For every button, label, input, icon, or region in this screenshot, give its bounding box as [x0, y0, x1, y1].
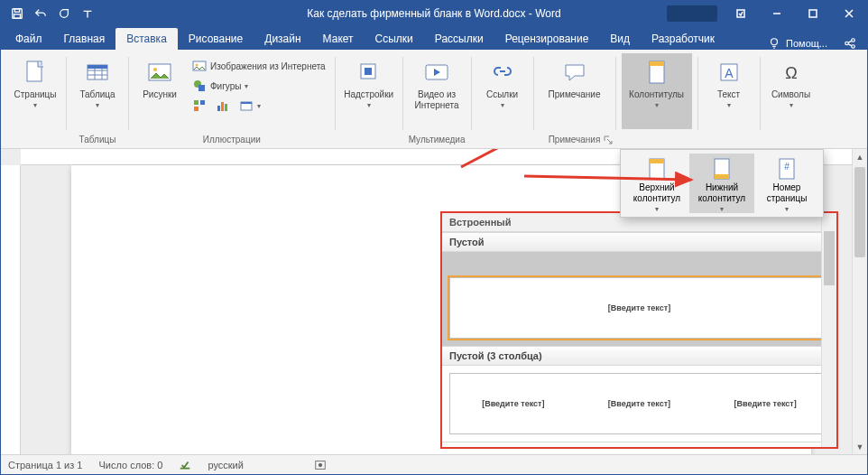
text-icon: A: [716, 59, 743, 86]
vertical-scrollbar[interactable]: ▲ ▼: [852, 149, 867, 454]
group-links: Ссылки▾: [472, 53, 533, 148]
pictures-button[interactable]: Рисунки: [134, 53, 185, 129]
undo-button[interactable]: [30, 3, 51, 24]
vertical-ruler[interactable]: [1, 165, 21, 454]
footer-button[interactable]: Нижний колонтитул▾: [689, 154, 754, 213]
tab-review[interactable]: Рецензирование: [494, 28, 600, 50]
online-video-button[interactable]: Видео из Интернета: [409, 53, 465, 129]
screenshot-button[interactable]: ▾: [235, 97, 264, 115]
svg-rect-17: [199, 85, 205, 91]
footer-gallery: Встроенный Пустой [Введите текст] Пустой…: [440, 211, 838, 449]
gallery-group-ion: Ion (светлый): [442, 442, 836, 449]
header-button[interactable]: Верхний колонтитул▾: [624, 154, 689, 213]
gallery-scrollbar[interactable]: [821, 213, 836, 447]
group-comments: Примечание Примечания: [534, 53, 615, 148]
chart-button[interactable]: [212, 97, 234, 115]
tab-draw[interactable]: Рисование: [178, 28, 254, 50]
svg-rect-30: [650, 61, 664, 66]
shapes-button[interactable]: Фигуры ▾: [189, 77, 329, 95]
svg-point-15: [196, 64, 199, 67]
svg-point-6: [845, 42, 849, 45]
group-symbols: Ω Символы▾: [761, 53, 822, 148]
close-button[interactable]: [831, 1, 867, 26]
svg-point-43: [319, 463, 322, 467]
svg-rect-27: [365, 68, 372, 75]
pages-button[interactable]: Страницы▾: [10, 53, 60, 129]
share-icon[interactable]: [844, 37, 856, 50]
status-bar: Страница 1 из 1 Число слов: 0 русский: [1, 454, 867, 474]
scroll-thumb[interactable]: [854, 167, 865, 257]
account-badge[interactable]: [667, 5, 717, 22]
gallery-group-3col: Пустой (3 столбца): [442, 346, 836, 366]
gallery-item-3col[interactable]: [Введите текст] [Введите текст] [Введите…: [442, 366, 836, 442]
comment-icon: [561, 59, 588, 86]
group-addins: Надстройки▾: [336, 53, 402, 148]
table-icon: [84, 59, 111, 86]
tab-references[interactable]: Ссылки: [365, 28, 424, 50]
status-macro[interactable]: [314, 459, 327, 471]
table-button[interactable]: Таблица▾: [72, 53, 123, 129]
svg-rect-22: [221, 102, 224, 111]
comments-launcher[interactable]: [603, 135, 614, 145]
gallery-item-blank[interactable]: [Введите текст]: [442, 252, 836, 346]
ribbon-options-button[interactable]: [723, 1, 759, 26]
maximize-button[interactable]: [795, 1, 831, 26]
svg-rect-21: [217, 106, 220, 111]
save-button[interactable]: [6, 3, 28, 24]
group-headerfooter: Колонтитулы▾: [616, 53, 697, 148]
title-bar: Как сделать фирменный бланк в Word.docx …: [1, 1, 867, 26]
tab-layout[interactable]: Макет: [312, 28, 365, 50]
scroll-down-arrow[interactable]: ▼: [853, 439, 867, 454]
status-spellcheck[interactable]: [179, 459, 191, 471]
ribbon-tabs: Файл Главная Вставка Рисование Дизайн Ма…: [1, 26, 867, 50]
document-title: Как сделать фирменный бланк в Word.docx …: [307, 7, 560, 20]
group-media: Видео из Интернета Мультимедиа: [403, 53, 471, 148]
tab-developer[interactable]: Разработчик: [641, 28, 725, 50]
chart-icon: [216, 98, 230, 113]
document-area: ▲ ▼ Верхний колонтитул▾ Нижний колонтиту…: [1, 149, 867, 454]
tab-insert[interactable]: Вставка: [115, 28, 178, 50]
comment-button[interactable]: Примечание: [540, 53, 610, 129]
tab-home[interactable]: Главная: [53, 28, 116, 50]
scroll-up-arrow[interactable]: ▲: [853, 149, 867, 164]
tab-mailings[interactable]: Рассылки: [424, 28, 494, 50]
tell-me-input[interactable]: Помощ...: [786, 38, 827, 49]
video-icon: [423, 59, 450, 86]
svg-rect-37: [715, 174, 729, 179]
omega-icon: Ω: [778, 59, 805, 86]
text-button[interactable]: A Текст▾: [704, 53, 754, 129]
tell-me-icon: [768, 37, 780, 50]
tab-view[interactable]: Вид: [599, 28, 641, 50]
status-page[interactable]: Страница 1 из 1: [8, 460, 82, 470]
smartart-button[interactable]: [189, 97, 210, 115]
group-tables: Таблица▾ Таблицы: [67, 53, 128, 148]
symbols-button[interactable]: Ω Символы▾: [766, 53, 817, 129]
svg-text:A: A: [725, 66, 734, 80]
svg-rect-2: [14, 14, 21, 18]
links-button[interactable]: Ссылки▾: [477, 53, 528, 129]
group-illustrations: Рисунки Изображения из Интернета Фигуры …: [129, 53, 335, 148]
tab-file[interactable]: Файл: [5, 28, 53, 50]
redo-button[interactable]: [53, 3, 75, 24]
header-footer-button[interactable]: Колонтитулы▾: [622, 53, 692, 129]
addins-button[interactable]: Надстройки▾: [341, 53, 397, 129]
screenshot-icon: [239, 98, 254, 113]
page-icon: [22, 59, 49, 86]
status-language[interactable]: русский: [208, 460, 243, 470]
page-number-button[interactable]: # Номер страницы▾: [754, 154, 819, 213]
gallery-group-blank: Пустой: [442, 232, 836, 252]
ribbon: Страницы▾ Таблица▾ Таблицы Рисунки: [1, 50, 867, 149]
minimize-button[interactable]: [759, 1, 795, 26]
qat-customize-button[interactable]: [77, 3, 98, 24]
shapes-icon: [192, 79, 207, 93]
online-pictures-button[interactable]: Изображения из Интернета: [189, 57, 329, 75]
tab-design[interactable]: Дизайн: [254, 28, 311, 50]
svg-point-8: [852, 45, 855, 49]
status-word-count[interactable]: Число слов: 0: [98, 460, 162, 470]
svg-rect-20: [194, 107, 199, 111]
svg-rect-19: [200, 100, 205, 105]
svg-rect-11: [88, 65, 107, 69]
group-pages: Страницы▾: [5, 53, 66, 148]
svg-rect-25: [241, 102, 252, 104]
svg-rect-18: [194, 100, 199, 105]
